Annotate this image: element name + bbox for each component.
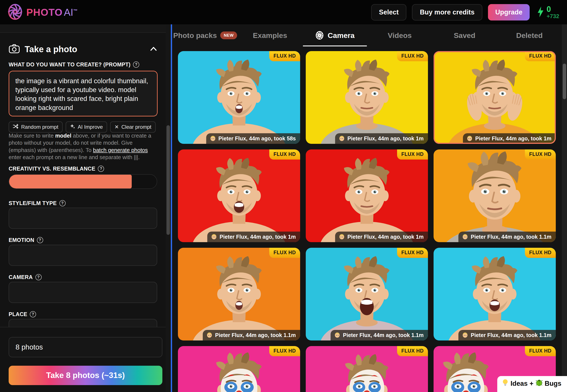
flux-hd-badge: FLUX HD bbox=[397, 51, 428, 61]
photo-card[interactable]: FLUX HDPieter Flux, 44m ago, took 1.1m bbox=[306, 248, 428, 340]
brand-name: PHOTO bbox=[26, 7, 63, 18]
camera-label-row: CAMERA ? bbox=[9, 274, 157, 280]
flux-hd-badge: FLUX HD bbox=[269, 346, 300, 356]
emotion-input[interactable] bbox=[9, 245, 157, 266]
help-icon[interactable]: ? bbox=[59, 200, 66, 206]
photo-count-select[interactable]: 8 photos bbox=[9, 337, 162, 357]
panel-footer: 8 photos Take 8 photos (~31s) bbox=[0, 327, 166, 392]
photo-card[interactable]: FLUX HD bbox=[306, 346, 428, 392]
avatar-icon bbox=[211, 234, 217, 240]
prompt-textarea[interactable]: the image is a vibrant and colorful thum… bbox=[9, 71, 158, 116]
tab-saved[interactable]: Saved bbox=[432, 24, 497, 46]
buy-credits-button[interactable]: Buy more credits bbox=[412, 4, 482, 20]
creativity-slider[interactable] bbox=[9, 174, 157, 189]
tab-label: Videos bbox=[388, 31, 412, 40]
flux-hd-badge: FLUX HD bbox=[269, 248, 300, 258]
style-label-row: STYLE/FILM TYPE ? bbox=[9, 200, 157, 206]
sidebar-scrollbar-thumb[interactable] bbox=[166, 125, 170, 235]
avatar-icon bbox=[462, 332, 468, 338]
panel-resize-divider[interactable] bbox=[171, 24, 172, 392]
main-scrollbar-track[interactable] bbox=[562, 24, 567, 392]
emotion-label: EMOTION bbox=[9, 237, 34, 243]
top-header: PHOTOAI™ Select Buy more credits Upgrade… bbox=[0, 0, 567, 24]
clear-prompt-button[interactable]: ✕ Clear prompt bbox=[110, 121, 156, 133]
photo-card[interactable]: FLUX HDPieter Flux, 44m ago, took 58s bbox=[178, 51, 300, 144]
photo-card[interactable]: FLUX HDPieter Flux, 44m ago, took 1.1m bbox=[433, 248, 556, 340]
flux-hd-badge: FLUX HD bbox=[525, 51, 556, 61]
flux-hd-badge: FLUX HD bbox=[397, 346, 428, 356]
creativity-slider-fill bbox=[9, 175, 132, 188]
credits-bonus: +732 bbox=[547, 13, 559, 19]
photo-caption-text: Pieter Flux, 44m ago, took 1m bbox=[347, 234, 424, 240]
batch-generate-link[interactable]: batch generate photos bbox=[93, 147, 148, 153]
help-icon[interactable]: ? bbox=[35, 274, 42, 280]
tab-label: Camera bbox=[328, 31, 355, 40]
avatar-icon bbox=[339, 135, 345, 142]
flux-hd-badge: FLUX HD bbox=[525, 346, 556, 356]
photo-caption: Pieter Flux, 44m ago, took 58s bbox=[206, 133, 300, 144]
photo-caption-text: Pieter Flux, 44m ago, took 1m bbox=[475, 135, 552, 142]
photo-card[interactable]: FLUX HDPieter Flux, 44m ago, took 1.1m bbox=[178, 248, 300, 340]
photo-card[interactable]: FLUX HDPieter Flux, 44m ago, took 1m bbox=[306, 149, 428, 242]
brand-tm: ™ bbox=[73, 8, 77, 13]
help-icon[interactable]: ? bbox=[30, 311, 36, 317]
photo-caption: Pieter Flux, 44m ago, took 1m bbox=[335, 232, 428, 242]
photo-card[interactable]: FLUX HD bbox=[178, 346, 300, 392]
flux-hd-badge: FLUX HD bbox=[397, 248, 428, 258]
tab-examples[interactable]: Examples bbox=[238, 24, 302, 46]
photo-caption-text: Pieter Flux, 44m ago, took 1.1m bbox=[471, 332, 552, 338]
prompt-label: WHAT DO YOU WANT TO CREATE? (PROMPT) bbox=[9, 61, 130, 68]
main-scrollbar-thumb[interactable] bbox=[563, 64, 566, 99]
sidebar-scrollbar-track[interactable] bbox=[166, 24, 171, 392]
photo-caption: Pieter Flux, 44m ago, took 1.1m bbox=[330, 330, 428, 340]
flux-hd-badge: FLUX HD bbox=[525, 248, 556, 258]
prompt-label-row: WHAT DO YOU WANT TO CREATE? (PROMPT) ? bbox=[9, 61, 157, 68]
avatar-icon bbox=[206, 332, 213, 338]
feedback-bugs-label: Bugs bbox=[545, 380, 562, 388]
feedback-button[interactable]: Ideas + Bugs bbox=[497, 376, 567, 392]
collapse-chevron-icon[interactable] bbox=[150, 46, 157, 52]
photo-card[interactable]: FLUX HDPieter Flux, 44m ago, took 1m bbox=[306, 51, 428, 144]
help-icon[interactable]: ? bbox=[133, 61, 139, 68]
photo-caption-text: Pieter Flux, 44m ago, took 1.1m bbox=[215, 332, 296, 338]
logo-spiral-icon bbox=[8, 3, 22, 21]
take-photo-panel: Take a photo WHAT DO YOU WANT TO CREATE?… bbox=[0, 24, 166, 392]
shuffle-icon bbox=[13, 124, 19, 130]
tab-label: Examples bbox=[253, 31, 287, 40]
photo-grid: FLUX HDPieter Flux, 44m ago, took 58sFLU… bbox=[173, 46, 562, 392]
photo-caption-text: Pieter Flux, 44m ago, took 1.1m bbox=[471, 234, 552, 240]
sparkle-icon bbox=[70, 124, 75, 130]
prompt-helper-text: Make sure to write model above, or if yo… bbox=[9, 132, 157, 161]
camera-icon bbox=[9, 44, 20, 54]
photo-card[interactable]: FLUX HDPieter Flux, 44m ago, took 1.1m bbox=[433, 149, 556, 242]
photo-card[interactable]: FLUX HDPieter Flux, 44m ago, took 1m bbox=[178, 149, 300, 242]
camera-input[interactable] bbox=[9, 282, 157, 303]
credits-indicator[interactable]: 0 +732 bbox=[537, 5, 559, 19]
upgrade-button[interactable]: Upgrade bbox=[488, 4, 530, 20]
tab-label: Deleted bbox=[516, 31, 543, 40]
avatar-icon bbox=[210, 135, 216, 142]
tab-photo-packs[interactable]: Photo packsNEW bbox=[173, 24, 238, 46]
photo-card[interactable]: FLUX HDPieter Flux, 44m ago, took 1m bbox=[433, 51, 556, 144]
panel-header[interactable]: Take a photo bbox=[9, 43, 157, 56]
panel-title: Take a photo bbox=[25, 44, 145, 54]
tab-camera[interactable]: Camera bbox=[302, 24, 367, 46]
help-icon[interactable]: ? bbox=[98, 166, 104, 172]
tab-videos[interactable]: Videos bbox=[367, 24, 432, 46]
brand-logo[interactable]: PHOTOAI™ bbox=[8, 3, 77, 21]
help-icon[interactable]: ? bbox=[37, 237, 43, 243]
tab-deleted[interactable]: Deleted bbox=[497, 24, 562, 46]
style-input[interactable] bbox=[9, 208, 157, 229]
panel-top-strip bbox=[0, 24, 166, 33]
take-photos-button[interactable]: Take 8 photos (~31s) bbox=[9, 366, 162, 385]
photo-caption: Pieter Flux, 44m ago, took 1.1m bbox=[458, 330, 556, 340]
flux-hd-badge: FLUX HD bbox=[397, 149, 428, 160]
random-prompt-button[interactable]: Random prompt bbox=[9, 121, 63, 133]
brand-suffix: AI™ bbox=[64, 7, 77, 18]
select-button[interactable]: Select bbox=[371, 4, 406, 20]
new-badge: NEW bbox=[220, 31, 237, 39]
emotion-label-row: EMOTION ? bbox=[9, 237, 157, 243]
tab-label: Saved bbox=[454, 31, 475, 40]
brand-wordmark: PHOTOAI™ bbox=[26, 6, 77, 18]
ai-improve-button[interactable]: AI Improve bbox=[66, 121, 107, 133]
